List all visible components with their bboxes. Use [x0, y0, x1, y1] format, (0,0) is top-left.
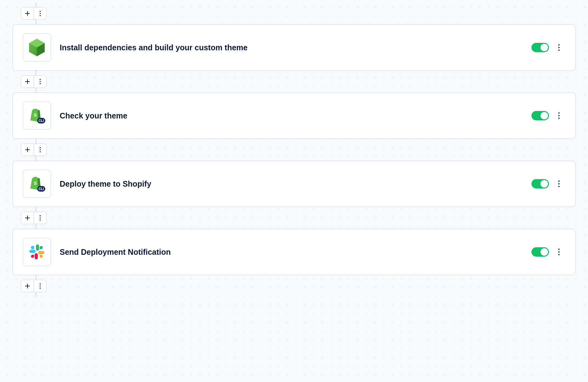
pipeline-canvas[interactable]: Install dependencies and build your cust…: [0, 0, 588, 382]
slack-icon: [28, 244, 45, 260]
svg-point-8: [558, 49, 560, 51]
plus-icon: [24, 283, 31, 289]
add-step-button[interactable]: [21, 76, 34, 88]
svg-point-10: [40, 81, 41, 82]
svg-point-19: [40, 149, 41, 150]
step-actions: [531, 110, 563, 121]
step-icon-container: S CLI: [23, 102, 51, 130]
step-menu-button[interactable]: [555, 247, 563, 257]
step-icon-container: [23, 33, 51, 62]
svg-point-27: [40, 215, 41, 217]
more-vertical-icon: [39, 215, 41, 221]
svg-point-25: [558, 183, 560, 185]
step-actions: [531, 178, 563, 189]
step-title: Check your theme: [60, 111, 523, 121]
svg-point-16: [558, 115, 560, 117]
svg-rect-33: [29, 250, 36, 253]
more-vertical-icon: [39, 78, 41, 85]
more-vertical-icon: [558, 44, 560, 51]
connector-button-group: [21, 143, 47, 156]
connector-button-group: [21, 7, 47, 20]
plus-icon: [24, 10, 31, 17]
svg-point-42: [40, 288, 41, 289]
svg-rect-31: [38, 251, 44, 254]
connector-row: [12, 139, 576, 161]
connector-menu-button[interactable]: [34, 144, 46, 156]
step-title: Deploy theme to Shopify: [60, 179, 523, 189]
add-step-button[interactable]: [21, 212, 34, 224]
pipeline-step[interactable]: Send Deployment Notification: [12, 229, 576, 275]
svg-point-37: [558, 249, 560, 250]
add-step-button[interactable]: [21, 280, 34, 292]
svg-point-24: [558, 180, 560, 182]
svg-point-9: [40, 79, 41, 80]
step-enabled-toggle[interactable]: [531, 179, 549, 188]
step-menu-button[interactable]: [555, 110, 563, 121]
svg-point-1: [40, 13, 41, 14]
connector-row: [12, 275, 576, 297]
more-vertical-icon: [39, 147, 41, 153]
add-step-button[interactable]: [21, 144, 34, 156]
step-title: Install dependencies and build your cust…: [60, 43, 523, 53]
connector-button-group: [21, 212, 47, 224]
svg-text:CLI: CLI: [39, 119, 44, 123]
connector-row: [12, 71, 576, 93]
step-enabled-toggle[interactable]: [531, 43, 549, 52]
svg-rect-32: [35, 253, 38, 259]
pipeline-step[interactable]: S CLI Deploy theme to Shopify: [12, 161, 576, 207]
connector-button-group: [21, 280, 47, 292]
step-icon-container: S CLI: [23, 170, 51, 198]
step-title: Send Deployment Notification: [60, 247, 523, 257]
connector-menu-button[interactable]: [34, 280, 46, 292]
step-enabled-toggle[interactable]: [531, 111, 549, 120]
connector-row: [12, 3, 576, 24]
plus-icon: [24, 147, 31, 153]
pipeline-step[interactable]: S CLI Check your theme: [12, 93, 576, 139]
svg-point-39: [558, 254, 560, 255]
svg-point-0: [40, 11, 41, 12]
step-icon-container: [23, 238, 51, 266]
plus-icon: [24, 78, 31, 85]
svg-point-7: [558, 47, 560, 48]
connector-button-group: [21, 75, 47, 88]
connector-menu-button[interactable]: [34, 8, 46, 19]
shopify-cli-icon: S CLI: [28, 175, 46, 193]
svg-point-20: [40, 151, 41, 153]
svg-text:S: S: [34, 180, 37, 186]
more-vertical-icon: [39, 10, 41, 17]
svg-text:S: S: [34, 112, 37, 118]
shopify-cli-icon: S CLI: [28, 107, 46, 125]
svg-point-28: [40, 217, 41, 219]
step-menu-button[interactable]: [555, 178, 563, 189]
more-vertical-icon: [558, 112, 560, 119]
svg-point-11: [40, 83, 41, 84]
svg-point-26: [558, 186, 560, 187]
svg-point-29: [40, 219, 41, 221]
svg-point-41: [40, 285, 41, 287]
more-vertical-icon: [558, 248, 560, 256]
pipeline-step[interactable]: Install dependencies and build your cust…: [12, 24, 576, 71]
svg-point-2: [40, 15, 41, 16]
pipeline-flow: Install dependencies and build your cust…: [12, 3, 576, 297]
svg-point-17: [558, 118, 560, 119]
step-enabled-toggle[interactable]: [531, 247, 549, 257]
svg-point-15: [558, 112, 560, 114]
svg-point-18: [40, 147, 41, 148]
connector-menu-button[interactable]: [34, 76, 46, 88]
svg-text:CLI: CLI: [39, 187, 44, 191]
node-icon: [28, 38, 45, 57]
add-step-button[interactable]: [21, 8, 34, 19]
svg-point-6: [558, 44, 560, 46]
step-actions: [531, 42, 563, 53]
more-vertical-icon: [39, 283, 41, 289]
connector-row: [12, 207, 576, 229]
step-menu-button[interactable]: [555, 42, 563, 53]
step-actions: [531, 247, 563, 257]
more-vertical-icon: [558, 180, 560, 188]
plus-icon: [24, 215, 31, 221]
svg-point-38: [558, 251, 560, 253]
svg-point-40: [40, 284, 41, 285]
connector-menu-button[interactable]: [34, 212, 46, 224]
